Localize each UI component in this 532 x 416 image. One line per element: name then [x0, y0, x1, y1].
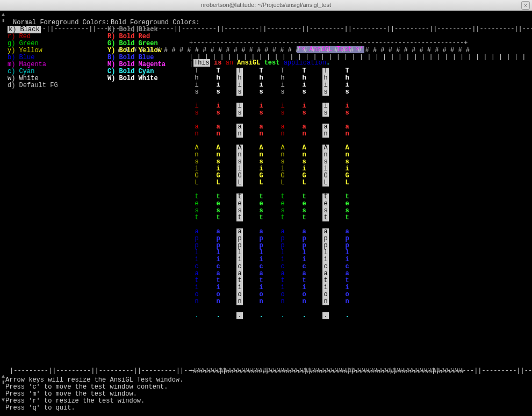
word-test: test — [264, 59, 280, 67]
help-line-4: Press 'q' to quit. — [5, 405, 183, 412]
normal-color-default-fg[interactable]: d) Default FG — [8, 82, 110, 89]
window-title: nrobertson@latitude: ~/Projects/ansigl/a… — [201, 2, 331, 8]
normal-color-list: Normal Foreground Colors: k) Blackr) Red… — [8, 19, 110, 89]
grid-column-6: This is an AnsiGL test application . — [322, 68, 344, 326]
test-sentence: This is an AnsiGL test application. — [193, 60, 330, 67]
frame-right-border: # # # # # # # # # # # # # # # # # # # # … — [118, 47, 470, 54]
ruler-bottom: |---------||---------||---------||------… — [10, 368, 532, 375]
word-application: application — [284, 59, 326, 67]
word-is: is — [214, 59, 221, 67]
grid-column-4: This is an AnsiGL test application . — [279, 68, 301, 326]
word-this: This — [193, 59, 210, 67]
bold-color-bold-white[interactable]: W) Bold White — [107, 75, 200, 82]
close-icon[interactable]: × — [521, 1, 530, 10]
grid-column-1: This is an AnsiGL test application . — [215, 68, 236, 326]
scroll-indicator-bottom: ▲▮▼ — [1, 374, 5, 406]
grid-column-3: This is an AnsiGL test application . — [258, 68, 279, 326]
window-titlebar: nrobertson@latitude: ~/Projects/ansigl/a… — [0, 0, 532, 11]
word-ansigl: AnsiGL — [237, 59, 260, 67]
grid-column-0: This is an AnsiGL test application . — [193, 68, 215, 326]
scroll-indicator-top: ▲▮ — [1, 12, 5, 24]
word-dot: . — [326, 59, 330, 67]
grid-column-7: This is an AnsiGL test application . — [344, 68, 365, 326]
grid-column-2: This is an AnsiGL test application . — [236, 68, 258, 326]
word-an: an — [226, 59, 233, 67]
color-test-grid: This is an AnsiGL test application . Thi… — [193, 68, 365, 326]
grid-column-5: This is an AnsiGL test application . — [301, 68, 322, 326]
help-text: Arrow keys will resize the AnsiGL Test w… — [5, 377, 183, 412]
